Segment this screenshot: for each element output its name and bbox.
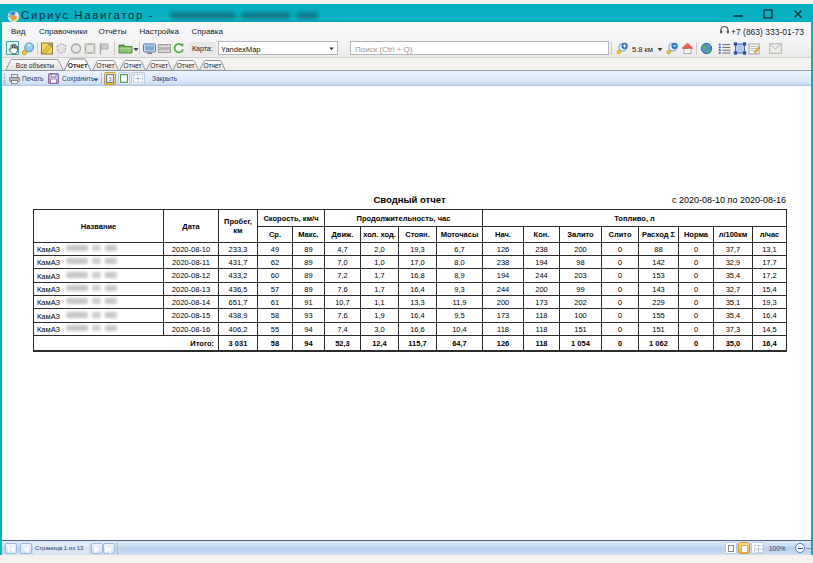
svg-text:Отчет: Отчет: [177, 62, 195, 69]
svg-text:Отчет: Отчет: [68, 62, 88, 69]
svg-text:Отчет: Отчет: [124, 62, 142, 69]
svg-text:Отчет: Отчет: [150, 62, 168, 69]
svg-text:Отчет: Отчет: [203, 62, 221, 69]
svg-text:Все объекты: Все объекты: [16, 62, 55, 69]
svg-text:3: 3: [108, 76, 111, 82]
svg-text:Отчет: Отчет: [97, 62, 115, 69]
